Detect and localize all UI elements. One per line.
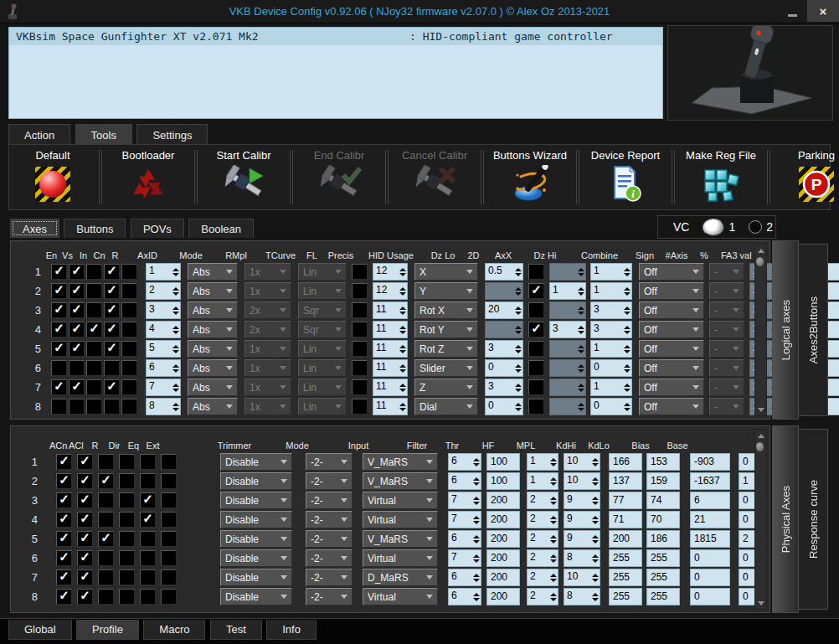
make-reg-file-button[interactable]: Make Reg File: [677, 145, 764, 209]
scrollbar-up-button[interactable]: [755, 430, 766, 440]
axx-spinner[interactable]: 3: [549, 321, 586, 338]
dz-hi-spinner[interactable]: 3: [590, 321, 632, 338]
spinner-arrows[interactable]: [590, 492, 600, 508]
spinner-arrows[interactable]: [576, 341, 585, 357]
spin-down-icon[interactable]: [399, 408, 406, 411]
dz-lo-spinner[interactable]: [485, 282, 523, 300]
spin-up-icon[interactable]: [550, 574, 557, 577]
fl-checkbox[interactable]: [352, 379, 368, 395]
en-checkbox[interactable]: ✓: [51, 341, 67, 357]
scrollbar-thumb[interactable]: [756, 442, 764, 451]
trimmer-select[interactable]: Disable: [220, 549, 292, 567]
dz-lo-spinner[interactable]: 20: [485, 301, 523, 319]
spinner-arrows[interactable]: [513, 322, 522, 337]
2d-checkbox[interactable]: [528, 399, 544, 415]
mode-select[interactable]: -2-: [306, 569, 353, 586]
spin-up-icon[interactable]: [624, 384, 631, 387]
filter-spinner[interactable]: 7: [448, 549, 481, 567]
in-checkbox[interactable]: [86, 360, 102, 376]
spin-down-icon[interactable]: [515, 312, 522, 315]
spin-down-icon[interactable]: [515, 292, 522, 296]
spinner-arrows[interactable]: [548, 473, 558, 489]
eq-checkbox[interactable]: [140, 569, 156, 585]
mode-select[interactable]: Abs: [188, 340, 238, 358]
input-select[interactable]: Virtual: [363, 549, 438, 567]
spin-down-icon[interactable]: [592, 559, 599, 563]
rmpl-select[interactable]: 1x: [244, 263, 291, 281]
spin-down-icon[interactable]: [578, 273, 584, 276]
axx-spinner[interactable]: [549, 398, 586, 415]
thr-field[interactable]: 200: [486, 530, 520, 548]
spin-up-icon[interactable]: [624, 364, 631, 368]
thr-field[interactable]: 100: [486, 453, 520, 471]
acn-checkbox[interactable]: ✓: [56, 569, 72, 585]
sign-select[interactable]: -: [709, 398, 744, 415]
hf-spinner[interactable]: 2: [527, 530, 558, 548]
spin-down-icon[interactable]: [550, 579, 557, 582]
spinner-arrows[interactable]: [398, 399, 407, 415]
spinner-arrows[interactable]: [398, 341, 407, 357]
input-select[interactable]: V_MaRS: [363, 453, 438, 471]
spin-down-icon[interactable]: [172, 312, 179, 315]
spinner-arrows[interactable]: [576, 360, 585, 376]
spin-down-icon[interactable]: [473, 598, 480, 601]
vs-checkbox[interactable]: ✓: [69, 283, 85, 299]
mode-select[interactable]: Abs: [188, 301, 238, 319]
spin-up-icon[interactable]: [624, 287, 631, 291]
hf-spinner[interactable]: 2: [527, 492, 558, 509]
spin-down-icon[interactable]: [592, 463, 599, 466]
side-tab-physical-axes[interactable]: Physical Axes: [772, 425, 799, 613]
rmpl-select[interactable]: 1x: [244, 379, 291, 396]
spin-up-icon[interactable]: [578, 345, 584, 348]
vs-checkbox[interactable]: ✓: [69, 341, 85, 357]
hid-usage-select[interactable]: Dial: [414, 398, 478, 415]
vc-radio-2[interactable]: [749, 220, 762, 234]
trimmer-select[interactable]: Disable: [220, 453, 292, 471]
spin-up-icon[interactable]: [172, 403, 179, 406]
tab-action[interactable]: Action: [8, 124, 70, 145]
spin-up-icon[interactable]: [473, 497, 480, 500]
thr-field[interactable]: 200: [486, 588, 520, 605]
combine-select[interactable]: Off: [639, 301, 704, 319]
spinner-arrows[interactable]: [622, 302, 631, 318]
r-checkbox[interactable]: ✓: [98, 473, 114, 489]
dz-hi-spinner[interactable]: 1: [590, 263, 632, 281]
spin-up-icon[interactable]: [624, 268, 631, 271]
spinner-arrows[interactable]: [576, 264, 585, 280]
axid-spinner[interactable]: 4: [146, 321, 181, 338]
mode-select[interactable]: -2-: [306, 588, 353, 605]
spinner-arrows[interactable]: [171, 360, 180, 376]
spin-up-icon[interactable]: [515, 287, 522, 291]
r-checkbox[interactable]: ✓: [98, 531, 114, 547]
filter-spinner[interactable]: 6: [448, 588, 481, 605]
hid-usage-select[interactable]: Rot X: [414, 301, 478, 319]
spin-up-icon[interactable]: [172, 364, 179, 368]
dir-checkbox[interactable]: [119, 512, 135, 528]
acn-checkbox[interactable]: ✓: [56, 454, 72, 470]
dz-lo-spinner[interactable]: 3: [485, 379, 523, 396]
spin-down-icon[interactable]: [515, 408, 522, 411]
acl-checkbox[interactable]: ✓: [77, 512, 93, 528]
eq-checkbox[interactable]: [140, 473, 156, 489]
ext-checkbox[interactable]: [161, 531, 177, 547]
2d-checkbox[interactable]: ✓: [528, 322, 544, 337]
eq-checkbox[interactable]: [140, 531, 156, 547]
spin-up-icon[interactable]: [550, 554, 557, 558]
spin-up-icon[interactable]: [578, 364, 584, 368]
spinner-arrows[interactable]: [590, 531, 600, 547]
spin-down-icon[interactable]: [578, 389, 584, 392]
2d-checkbox[interactable]: [528, 360, 544, 376]
spin-down-icon[interactable]: [624, 331, 631, 334]
spin-up-icon[interactable]: [592, 458, 599, 461]
en-checkbox[interactable]: ✓: [51, 379, 67, 395]
mode-select[interactable]: Abs: [188, 321, 238, 338]
bias-field[interactable]: -903: [690, 453, 730, 471]
spinner-arrows[interactable]: [471, 531, 481, 547]
spin-up-icon[interactable]: [515, 384, 522, 387]
hid-usage-select[interactable]: Rot Y: [414, 321, 478, 338]
tcurve-select[interactable]: Lin: [298, 282, 347, 300]
spinner-arrows[interactable]: [513, 341, 522, 357]
spin-up-icon[interactable]: [399, 364, 406, 368]
mode-select[interactable]: Abs: [188, 398, 238, 415]
fl-checkbox[interactable]: [352, 283, 368, 299]
